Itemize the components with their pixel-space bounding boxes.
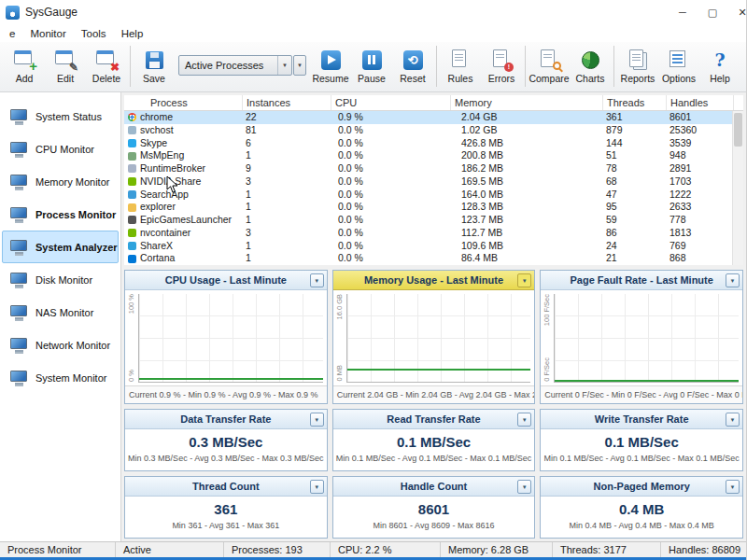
process-row-sharex[interactable]: ShareX10.0 %109.6 MB24769 <box>124 240 732 253</box>
gauge-value: 0.1 MB/Sec <box>333 434 535 450</box>
process-row-runtimebroker[interactable]: RuntimeBroker90.0 %186.2 MB782891 <box>124 162 732 175</box>
chart-dropdown-button[interactable]: ▼ <box>726 273 740 287</box>
process-row-explorer[interactable]: explorer10.0 %128.3 MB952633 <box>124 201 732 214</box>
instances-cell: 81 <box>242 124 331 137</box>
gauge-stats: Min 0.1 MB/Sec - Avg 0.1 MB/Sec - Max 0.… <box>333 454 535 463</box>
options-button[interactable]: Options <box>658 44 699 89</box>
sharex-icon <box>128 242 136 250</box>
threads-cell: 95 <box>602 201 666 214</box>
window-title: SysGauge <box>25 6 78 19</box>
threads-cell: 78 <box>602 162 666 175</box>
add-button[interactable]: +Add <box>4 44 45 89</box>
chart-stats: Current 2.04 GB - Min 2.04 GB - Avg 2.04… <box>333 385 535 403</box>
column-header-memory[interactable]: Memory <box>450 95 602 110</box>
delete-icon: ✖ <box>94 49 119 71</box>
nvcontainer-icon <box>128 229 136 237</box>
menu-tools[interactable]: Tools <box>74 27 114 40</box>
maximize-button[interactable]: ▢ <box>698 0 727 24</box>
column-header-process[interactable]: Process <box>124 95 242 110</box>
menu-monitor[interactable]: Monitor <box>22 27 73 40</box>
menu-help[interactable]: Help <box>114 27 151 40</box>
cpu-cell: 0.0 % <box>331 214 450 227</box>
sidebar-item-memory-monitor[interactable]: Memory Monitor <box>2 165 119 198</box>
column-header-cpu[interactable]: CPU <box>331 95 450 110</box>
process-name-cell: svchost <box>124 124 242 137</box>
memory-cell: 1.02 GB <box>450 124 602 137</box>
sidebar-item-label: Network Monitor <box>35 340 110 351</box>
gauges-row-2: Thread Count▼361Min 361 - Avg 361 - Max … <box>124 476 743 539</box>
column-header-pad <box>733 95 744 110</box>
process-row-nvidia-share[interactable]: NVIDIA Share30.0 %169.5 MB681703 <box>124 175 732 189</box>
minimize-button[interactable]: ─ <box>668 0 698 24</box>
process-name-cell: MsMpEng <box>124 149 242 162</box>
process-row-searchapp[interactable]: SearchApp10.0 %164.0 MB471222 <box>124 189 732 202</box>
resume-button[interactable]: Resume <box>310 44 351 89</box>
sidebar-item-label: NAS Monitor <box>35 307 93 318</box>
process-name: SearchApp <box>140 189 189 202</box>
process-row-skype[interactable]: Skype60.0 %426.8 MB1443539 <box>124 137 732 150</box>
pause-button[interactable]: Pause <box>351 44 392 89</box>
gauge-dropdown-button[interactable]: ▼ <box>517 480 531 494</box>
plot-grid <box>554 294 739 383</box>
chart-dropdown-button[interactable]: ▼ <box>310 273 324 287</box>
errors-button[interactable]: !Errors <box>481 44 522 89</box>
reports-button[interactable]: Reports <box>617 44 658 89</box>
column-header-handles[interactable]: Handles <box>666 95 733 110</box>
sidebar-item-nas-monitor[interactable]: NAS Monitor <box>2 296 119 329</box>
process-row-svchost[interactable]: svchost810.0 %1.02 GB87925360 <box>124 124 732 137</box>
table-scrollbar-thumb[interactable] <box>734 113 742 147</box>
dropdown-value: Active Processes <box>179 60 277 71</box>
process-row-chrome[interactable]: chrome220.9 %2.04 GB3618601 <box>124 111 732 124</box>
rules-button[interactable]: Rules <box>440 44 481 89</box>
gauge-value: 0.1 MB/Sec <box>541 434 742 450</box>
delete-button[interactable]: ✖Delete <box>86 44 127 89</box>
sidebar-item-system-monitor[interactable]: System Monitor <box>2 361 119 394</box>
process-row-cortana[interactable]: Cortana10.0 %86.4 MB21868 <box>124 252 732 265</box>
chart-dropdown-button[interactable]: ▼ <box>517 273 531 287</box>
sysgauge-window: SysGauge ─ ▢ ✕ eMonitorToolsHelp +Add✎Ed… <box>0 0 747 560</box>
y-axis-max-label: 100 % <box>127 294 135 314</box>
cpu-cell: 0.0 % <box>331 240 450 253</box>
sidebar-item-cpu-monitor[interactable]: CPU Monitor <box>2 133 119 165</box>
sidebar-item-disk-monitor[interactable]: Disk Monitor <box>2 263 119 296</box>
sidebar-item-system-analyzer[interactable]: System Analyzer <box>2 231 119 263</box>
sidebar-item-system-status[interactable]: System Status <box>2 100 119 133</box>
column-header-threads[interactable]: Threads <box>602 95 666 110</box>
gauge-stats: Min 0.3 MB/Sec - Avg 0.3 MB/Sec - Max 0.… <box>125 454 327 463</box>
sidebar-item-network-monitor[interactable]: Network Monitor <box>2 329 119 361</box>
sidebar-item-label: System Status <box>35 111 102 122</box>
toolbar-button-label: Rules <box>448 73 473 84</box>
gauge-title: Handle Count <box>401 481 468 492</box>
handles-cell: 2633 <box>666 201 732 214</box>
compare-button[interactable]: Compare <box>529 44 570 89</box>
gauge-dropdown-button[interactable]: ▼ <box>310 413 324 427</box>
process-row-nvcontainer[interactable]: nvcontainer30.0 %112.7 MB861813 <box>124 227 732 240</box>
help-button[interactable]: ?Help <box>699 44 740 89</box>
sidebar: System StatusCPU MonitorMemory MonitorPr… <box>0 92 121 541</box>
gauge-dropdown-button[interactable]: ▼ <box>726 480 740 494</box>
cpu-cell: 0.0 % <box>331 189 450 202</box>
column-header-instances[interactable]: Instances <box>242 95 331 110</box>
sidebar-item-label: Disk Monitor <box>35 274 92 286</box>
reset-button[interactable]: ⟲Reset <box>392 44 433 89</box>
chart-stats: Current 0 F/Sec - Min 0 F/Sec - Avg 0 F/… <box>541 385 742 403</box>
edit-button[interactable]: ✎Edit <box>45 44 86 89</box>
charts-button[interactable]: Charts <box>570 44 611 89</box>
gauge-dropdown-button[interactable]: ▼ <box>517 413 531 427</box>
save-button[interactable]: Save <box>134 44 175 89</box>
process-name: nvcontainer <box>140 227 190 240</box>
process-row-epicgameslauncher[interactable]: EpicGamesLauncher10.0 %123.7 MB59778 <box>124 214 732 227</box>
process-row-msmpeng[interactable]: MsMpEng10.0 %200.8 MB51948 <box>124 149 732 162</box>
table-scrollbar[interactable] <box>732 111 743 265</box>
handles-cell: 868 <box>666 252 732 265</box>
toolbar-separator <box>525 46 526 87</box>
menu-e[interactable]: e <box>2 27 22 40</box>
process-filter-dropdown[interactable]: Active Processes▼ <box>178 55 292 76</box>
close-button[interactable]: ✕ <box>727 0 747 24</box>
dropdown-button[interactable]: ▼ <box>293 55 306 76</box>
sidebar-item-process-monitor[interactable]: Process Monitor <box>2 198 119 231</box>
gauge-panel-read-transfer-rate: Read Transfer Rate▼0.1 MB/SecMin 0.1 MB/… <box>332 409 536 471</box>
process-name-cell: Cortana <box>124 252 242 265</box>
gauge-dropdown-button[interactable]: ▼ <box>726 413 740 427</box>
gauge-dropdown-button[interactable]: ▼ <box>310 480 324 494</box>
